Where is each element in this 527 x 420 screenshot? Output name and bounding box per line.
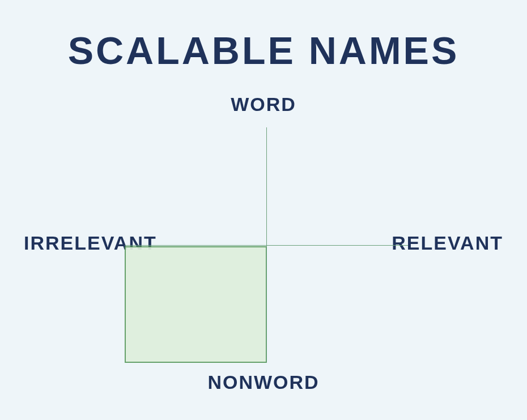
axis-label-right: RELEVANT — [392, 232, 503, 254]
axis-label-bottom: NONWORD — [0, 371, 527, 393]
horizontal-axis — [125, 245, 408, 246]
highlighted-quadrant — [125, 246, 267, 363]
quadrant-chart — [125, 127, 408, 363]
axis-label-top: WORD — [0, 93, 527, 115]
page-title: SCALABLE NAMES — [0, 28, 527, 72]
